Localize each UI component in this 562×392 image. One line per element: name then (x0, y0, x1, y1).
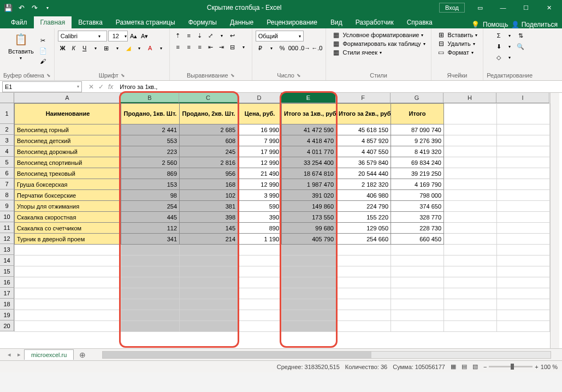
tellme-icon[interactable]: 💡 (471, 21, 480, 28)
enter-formula-icon[interactable]: ✓ (98, 83, 104, 91)
cell[interactable] (336, 266, 391, 277)
cell[interactable]: 4 418 470 (282, 135, 336, 146)
cell[interactable]: Велосипед трековый (15, 168, 121, 179)
cell[interactable] (444, 124, 497, 135)
italic-icon[interactable]: К (69, 43, 79, 53)
insert-cells-button[interactable]: ⊞Вставить▾ (435, 31, 480, 39)
decrease-font-icon[interactable]: A▾ (140, 31, 150, 41)
sort-filter-icon[interactable]: ⇅ (516, 31, 525, 40)
cell[interactable] (282, 310, 336, 321)
row-header-13[interactable]: 13 (0, 244, 14, 255)
cell[interactable] (444, 190, 497, 201)
conditional-formatting-button[interactable]: ▦Условное форматирование▾ (329, 31, 427, 39)
row-header-4[interactable]: 4 (0, 146, 14, 157)
cell[interactable] (497, 288, 550, 299)
increase-decimal-icon[interactable]: .0→ (299, 43, 310, 53)
font-name-combo[interactable]: Calibri▾ (58, 31, 107, 41)
cell[interactable] (444, 157, 497, 168)
cell[interactable]: Итого за 2кв., руб. (336, 104, 391, 124)
cell[interactable] (497, 256, 550, 266)
cell[interactable]: 2 816 (180, 157, 238, 168)
row-header-18[interactable]: 18 (0, 299, 14, 310)
cell[interactable] (238, 277, 282, 288)
cell[interactable] (180, 245, 238, 256)
cell[interactable] (238, 310, 282, 321)
cell[interactable]: 245 (180, 146, 238, 157)
cell[interactable]: 341 (121, 234, 180, 245)
cell[interactable] (15, 321, 121, 332)
cell[interactable] (121, 321, 180, 332)
cell[interactable] (121, 256, 180, 266)
cell[interactable] (444, 321, 497, 332)
delete-cells-button[interactable]: ⊟Удалить▾ (435, 39, 480, 48)
cell[interactable] (336, 288, 391, 299)
cell[interactable] (336, 299, 391, 310)
cell[interactable] (391, 288, 444, 299)
cell[interactable]: 129 050 (336, 223, 391, 234)
cell[interactable]: 4 169 790 (391, 179, 444, 190)
signin-button[interactable]: Вход (439, 3, 465, 13)
cell[interactable] (15, 277, 121, 288)
cell[interactable]: 168 (180, 179, 238, 190)
formula-bar[interactable]: Итого за 1кв., (117, 84, 562, 90)
zoom-out-icon[interactable]: − (483, 364, 487, 370)
cell[interactable] (497, 168, 550, 179)
cell[interactable] (15, 288, 121, 299)
column-header-G[interactable]: G (391, 93, 443, 103)
cell[interactable] (336, 321, 391, 332)
row-header-3[interactable]: 3 (0, 135, 14, 146)
cell[interactable] (391, 299, 444, 310)
cell[interactable]: Велосипед детский (15, 135, 121, 146)
cell[interactable]: 39 219 250 (391, 168, 444, 179)
dialog-launcher-icon[interactable]: ⬊ (297, 73, 301, 78)
cell[interactable] (238, 321, 282, 332)
bold-icon[interactable]: Ж (58, 43, 68, 53)
tab-review[interactable]: Рецензирование (260, 16, 324, 28)
cell[interactable] (238, 266, 282, 277)
cell[interactable] (238, 245, 282, 256)
close-icon[interactable]: ✕ (538, 1, 560, 15)
select-all-corner[interactable] (0, 93, 14, 103)
row-header-10[interactable]: 10 (0, 211, 14, 222)
cell[interactable] (238, 299, 282, 310)
column-header-D[interactable]: D (238, 93, 281, 103)
cut-icon[interactable]: ✂ (38, 35, 48, 45)
cell[interactable] (180, 266, 238, 277)
align-right-icon[interactable]: ≡ (195, 42, 205, 52)
cell[interactable]: 2 685 (180, 124, 238, 135)
cell[interactable] (282, 321, 336, 332)
cell[interactable]: 41 472 590 (282, 124, 336, 135)
cell[interactable]: 4 857 920 (336, 135, 391, 146)
cell[interactable] (497, 223, 550, 234)
row-header-11[interactable]: 11 (0, 222, 14, 233)
number-format-combo[interactable]: Общий▾ (256, 31, 304, 41)
row-header-9[interactable]: 9 (0, 200, 14, 211)
clear-icon[interactable]: ◇ (494, 52, 504, 62)
font-color-icon[interactable]: A (145, 43, 155, 53)
cell[interactable]: Велосипед дорожный (15, 146, 121, 157)
fill-icon[interactable]: ⬇ (494, 41, 504, 51)
cell[interactable]: 381 (180, 201, 238, 212)
cell[interactable]: 223 (121, 146, 180, 157)
cell[interactable]: 16 990 (238, 124, 282, 135)
cell[interactable]: Итого (391, 104, 444, 124)
share-button[interactable]: 👤 Поделиться (511, 21, 558, 28)
cell[interactable]: 890 (238, 223, 282, 234)
cell[interactable]: 374 650 (391, 201, 444, 212)
cell[interactable] (121, 277, 180, 288)
column-header-H[interactable]: H (443, 93, 496, 103)
cell[interactable]: Скакалка скоростная (15, 212, 121, 223)
cell[interactable] (180, 277, 238, 288)
cell[interactable] (15, 299, 121, 310)
row-header-12[interactable]: 12 (0, 233, 14, 244)
tab-view[interactable]: Вид (324, 16, 349, 28)
cell[interactable]: 112 (121, 223, 180, 234)
qat-dropdown-icon[interactable]: ▾ (42, 2, 54, 14)
cell[interactable] (282, 256, 336, 266)
cell[interactable]: 173 550 (282, 212, 336, 223)
fx-icon[interactable]: fx (108, 83, 113, 91)
cell[interactable] (497, 321, 550, 332)
cell[interactable]: 69 834 240 (391, 157, 444, 168)
cell[interactable] (497, 135, 550, 146)
cell[interactable] (444, 277, 497, 288)
